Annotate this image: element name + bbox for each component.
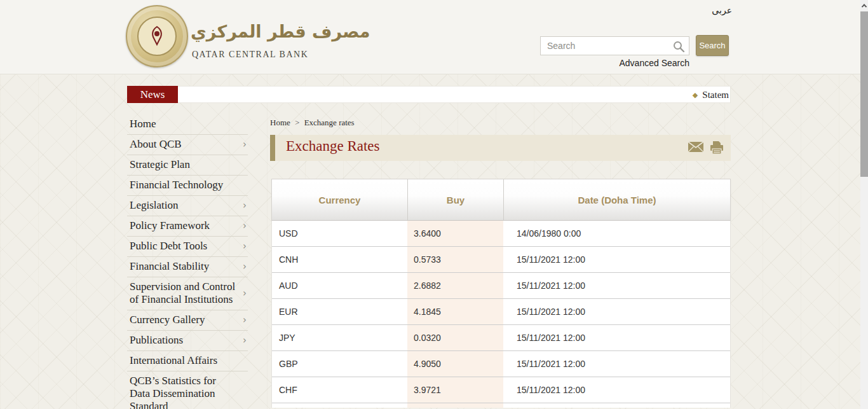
chevron-right-icon: › [243,199,247,211]
page-title: Exchange Rates [286,138,380,155]
sidebar-item-label: Currency Gallery [130,314,236,326]
cell-date: 15/11/2021 12:00 [503,247,730,272]
table-row: CHF3.972115/11/2021 12:00 [272,377,730,403]
sidebar-item-home[interactable]: Home [127,114,248,135]
sidebar-item-about-qcb[interactable]: About QCB› [127,135,248,155]
cell-date: 14/06/1980 0:00 [503,221,730,246]
email-icon[interactable] [688,141,704,153]
table-body: USD3.640014/06/1980 0:00CNH0.573315/11/2… [271,221,731,408]
scroll-up-button[interactable] [860,1,868,10]
sidebar-item-label: Home [130,118,236,130]
sidebar-item-financial-technology[interactable]: Financial Technology [127,176,248,196]
table-row: AUD2.688215/11/2021 12:00 [272,273,730,299]
cell-currency: CNH [272,247,407,272]
column-header-buy: Buy [407,179,503,220]
table-row-partial [272,403,730,408]
main-content: Home > Exchange rates Exchange Rates Cu [270,118,731,408]
chevron-up-icon [862,4,867,9]
advanced-search-link[interactable]: Advanced Search [619,58,689,68]
language-switch-link[interactable]: عربى [712,5,732,15]
search-input[interactable] [541,37,689,55]
table-row: EUR4.184515/11/2021 12:00 [272,299,730,325]
cell-buy: 0.0320 [407,325,503,350]
chevron-right-icon: › [243,334,247,345]
sidebar-item-label: Financial Technology [130,179,236,191]
breadcrumb-home[interactable]: Home [270,118,290,127]
chevron-right-icon: › [243,314,247,325]
sidebar-item-international-affairs[interactable]: International Affairs [127,351,248,371]
cell-currency: GBP [272,351,407,377]
news-ticker-strip: ◆ Statem [178,86,731,103]
sidebar-item-publications[interactable]: Publications› [127,331,248,351]
table-row: USD3.640014/06/1980 0:00 [272,221,730,247]
cell-currency: USD [272,221,407,246]
sidebar-item-financial-stability[interactable]: Financial Stability› [127,257,248,277]
sidebar-item-qcb-s-statistics-for-data-dissemination-standard[interactable]: QCB’s Statistics for Data Dissemination … [127,371,248,409]
scrollbar-thumb[interactable] [860,11,868,177]
cell-buy: 4.9050 [407,351,503,377]
table-row: GBP4.905015/11/2021 12:00 [272,351,730,377]
cell-date: 15/11/2021 12:00 [503,273,730,298]
cell-buy [407,403,503,408]
sidebar-item-label: QCB’s Statistics for Data Dissemination … [130,375,236,409]
chevron-right-icon: › [243,260,247,272]
column-header-date: Date (Doha Time) [503,179,730,220]
table-row: JPY0.032015/11/2021 12:00 [272,325,730,351]
sidebar-item-public-debt-tools[interactable]: Public Debt Tools› [127,237,248,257]
news-tab[interactable]: News [127,86,178,103]
news-bar: News ◆ Statem [127,86,731,103]
cell-currency: JPY [272,325,407,350]
cell-date: 15/11/2021 12:00 [503,377,730,403]
search-button[interactable]: Search [696,35,729,56]
cell-currency: EUR [272,299,407,324]
sidebar-item-legislation[interactable]: Legislation› [127,196,248,216]
sidebar-item-currency-gallery[interactable]: Currency Gallery› [127,310,248,331]
table-row: CNH0.573315/11/2021 12:00 [272,247,730,273]
sidebar-item-label: Financial Stability [130,260,236,273]
sidebar-item-label: Policy Framework [130,219,236,232]
search-box [540,36,689,55]
qcb-wordmark: QATAR CENTRAL BANK [192,50,308,60]
cell-buy: 0.5733 [407,247,503,272]
chevron-right-icon: › [243,219,247,231]
cell-date: 15/11/2021 12:00 [503,351,730,377]
sidebar-item-label: International Affairs [130,354,236,367]
exchange-rates-table: Currency Buy Date (Doha Time) USD3.64001… [271,179,731,408]
news-ticker-item[interactable]: ◆ Statem [693,87,729,103]
qcb-coin-seal-icon [126,5,188,67]
qcb-arabic-calligraphy: مصرف قطر المركزي [191,15,291,48]
breadcrumb: Home > Exchange rates [270,118,731,128]
qcb-logo[interactable]: مصرف قطر المركزي QATAR CENTRAL BANK [126,4,291,70]
cell-currency: AUD [272,273,407,298]
cell-date [503,403,730,408]
breadcrumb-separator: > [295,118,299,127]
sidebar-item-label: Legislation [130,199,236,212]
sidebar-item-supervision-and-control-of-financial-institutions[interactable]: Supervision and Control of Financial Ins… [127,277,248,310]
cell-buy: 3.9721 [407,377,503,403]
page-action-icons [688,141,724,155]
title-accent-bar [270,135,275,161]
cell-date: 15/11/2021 12:00 [503,325,730,350]
cell-buy: 3.6400 [407,221,503,246]
sidebar-item-label: About QCB [130,138,236,151]
cell-buy: 2.6882 [407,273,503,298]
chevron-right-icon: › [243,287,247,298]
search-area: Search Advanced Search [538,35,729,68]
sidebar-item-strategic-plan[interactable]: Strategic Plan [127,155,248,176]
sidebar-nav: HomeAbout QCB›Strategic PlanFinancial Te… [127,114,248,409]
cell-currency: CHF [272,377,407,403]
cell-date: 15/11/2021 12:00 [503,299,730,324]
diamond-bullet-icon: ◆ [693,91,698,99]
sidebar-item-policy-framework[interactable]: Policy Framework› [127,216,248,237]
vertical-scrollbar[interactable] [860,0,868,409]
print-icon[interactable] [709,141,724,155]
cell-buy: 4.1845 [407,299,503,324]
falcon-emblem-icon [147,25,166,47]
page-title-bar: Exchange Rates [270,135,731,161]
sidebar-item-label: Supervision and Control of Financial Ins… [130,281,236,306]
sidebar-item-label: Publications [130,334,236,347]
sidebar-item-label: Strategic Plan [130,158,236,171]
news-ticker-text: Statem [702,90,729,101]
column-header-currency: Currency [272,179,407,220]
chevron-right-icon: › [243,240,247,251]
